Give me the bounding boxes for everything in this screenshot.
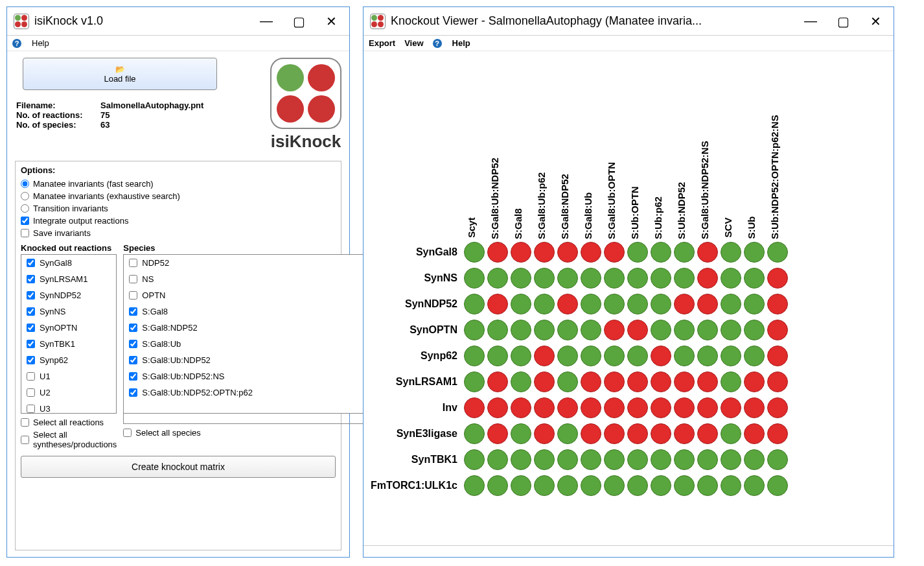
green-dot-icon [511, 371, 531, 392]
check-select-all-syntheses[interactable]: Select all syntheses/productions [21, 429, 117, 451]
green-dot-icon [557, 449, 578, 470]
check-integrate-output[interactable]: Integrate output reactions [21, 215, 336, 227]
help-bar: ? Help [7, 36, 349, 51]
green-dot-icon [674, 320, 695, 340]
green-dot-icon [464, 449, 485, 470]
list-item[interactable]: S:Gal8:Ub [124, 336, 383, 352]
green-dot-icon [697, 346, 718, 366]
species-count-value: 63 [100, 120, 110, 130]
green-dot-icon [674, 475, 695, 496]
radio-transition-invariants[interactable]: Transition invariants [21, 202, 336, 215]
green-dot-icon [721, 346, 741, 366]
list-item[interactable]: SynOPTN [21, 320, 116, 336]
green-dot-icon [721, 268, 741, 289]
list-item[interactable]: U2 [21, 384, 116, 401]
list-item[interactable]: S:Gal8:Ub:NDP52 [124, 352, 383, 368]
red-dot-icon [767, 346, 788, 366]
radio-fast-search[interactable]: Manatee invariants (fast search) [21, 178, 336, 190]
green-dot-icon [744, 449, 765, 470]
list-item[interactable]: S:Gal8:NDP52 [124, 320, 383, 336]
col-header: S:Ub:p62 [649, 58, 673, 239]
app-icon [14, 14, 29, 29]
list-item[interactable]: U3 [21, 401, 116, 414]
red-dot-icon [604, 397, 625, 418]
minimize-button[interactable]: — [804, 14, 817, 29]
load-file-button[interactable]: 📂 Load file [23, 58, 217, 90]
green-dot-icon [581, 268, 601, 289]
red-dot-icon [627, 397, 648, 418]
list-item[interactable]: S:Gal8 [124, 303, 383, 320]
minimize-button[interactable]: — [260, 14, 273, 29]
red-dot-icon [487, 371, 508, 392]
green-dot-icon [767, 242, 788, 263]
red-dot-icon [721, 397, 741, 418]
close-button[interactable]: ✕ [869, 14, 882, 29]
species-h-scrollbar[interactable] [123, 414, 384, 424]
reactions-listbox[interactable]: SynGal8SynLRSAM1SynNDP52SynNSSynOPTNSynT… [21, 254, 117, 414]
col-header: S:Ub [743, 58, 766, 239]
knockout-viewer-window: Knockout Viewer - SalmonellaAutophagy (M… [363, 6, 894, 558]
check-save-invariants[interactable]: Save invariants [21, 227, 336, 239]
row-header: SynLRSAM1 [370, 369, 463, 395]
matrix-h-scrollbar[interactable] [364, 545, 894, 557]
green-dot-icon [464, 423, 485, 444]
green-dot-icon [627, 294, 648, 314]
list-item[interactable]: SynNS [21, 303, 116, 320]
menu-export[interactable]: Export [369, 38, 395, 48]
green-dot-icon [627, 475, 648, 496]
green-dot-icon [534, 320, 555, 340]
green-dot-icon [674, 242, 695, 263]
green-dot-icon [464, 294, 485, 314]
green-dot-icon [697, 320, 718, 340]
red-dot-icon [511, 242, 531, 263]
red-dot-icon [464, 397, 485, 418]
list-item[interactable]: U1 [21, 368, 116, 384]
maximize-button[interactable]: ▢ [292, 14, 305, 29]
matrix-viewport[interactable]: ScytS:Gal8:Ub:NDP52S:Gal8S:Gal8:Ub:p62S:… [364, 51, 894, 545]
list-item[interactable]: SynLRSAM1 [21, 271, 116, 287]
green-dot-icon [511, 475, 531, 496]
menu-help[interactable]: Help [452, 38, 470, 48]
check-select-all-reactions[interactable]: Select all reactions [21, 416, 117, 429]
col-header: S:Ub:OPTN [626, 58, 649, 239]
list-item[interactable]: SynGal8 [21, 255, 116, 271]
list-item[interactable]: S:Gal8:Ub:NDP52:OPTN:p62 [124, 384, 383, 401]
reactions-heading: Knocked out reactions [21, 242, 117, 254]
green-dot-icon [721, 242, 741, 263]
red-dot-icon [487, 294, 508, 314]
check-select-all-species[interactable]: Select all species [123, 427, 384, 439]
green-dot-icon [744, 320, 765, 340]
green-dot-icon [557, 320, 578, 340]
row-header: SynOPTN [370, 317, 463, 343]
green-dot-icon [744, 475, 765, 496]
green-dot-icon [627, 268, 648, 289]
create-matrix-button[interactable]: Create knockout matrix [21, 456, 336, 478]
green-dot-icon [511, 449, 531, 470]
list-item[interactable]: SynNDP52 [21, 287, 116, 303]
list-item[interactable]: OPTN [124, 287, 383, 303]
help-icon: ? [433, 39, 442, 48]
species-listbox[interactable]: NDP52NSOPTNS:Gal8S:Gal8:NDP52S:Gal8:UbS:… [123, 254, 384, 414]
red-dot-icon [604, 423, 625, 444]
radio-exhaustive-search[interactable]: Manatee invariants (exhaustive search) [21, 190, 336, 202]
menu-view[interactable]: View [404, 38, 423, 48]
list-item[interactable]: NDP52 [124, 255, 383, 271]
green-dot-icon [674, 268, 695, 289]
col-header: S:Gal8:Ub:NDP52:NS [696, 58, 719, 239]
help-menu[interactable]: Help [32, 38, 49, 48]
row-header: SynGal8 [370, 239, 463, 265]
list-item[interactable]: Synp62 [21, 352, 116, 368]
green-dot-icon [604, 475, 625, 496]
green-dot-icon [581, 320, 601, 340]
close-button[interactable]: ✕ [325, 14, 338, 29]
red-dot-icon [767, 371, 788, 392]
window-title: Knockout Viewer - SalmonellaAutophagy (M… [391, 14, 804, 28]
list-item[interactable]: S:Gal8:Ub:NDP52:NS [124, 368, 383, 384]
folder-icon: 📂 [115, 65, 125, 74]
green-dot-icon [511, 294, 531, 314]
green-dot-icon [651, 475, 671, 496]
file-meta: Filename:SalmonellaAutophagy.pnt No. of … [16, 100, 264, 130]
list-item[interactable]: NS [124, 271, 383, 287]
list-item[interactable]: SynTBK1 [21, 336, 116, 352]
maximize-button[interactable]: ▢ [837, 14, 849, 29]
